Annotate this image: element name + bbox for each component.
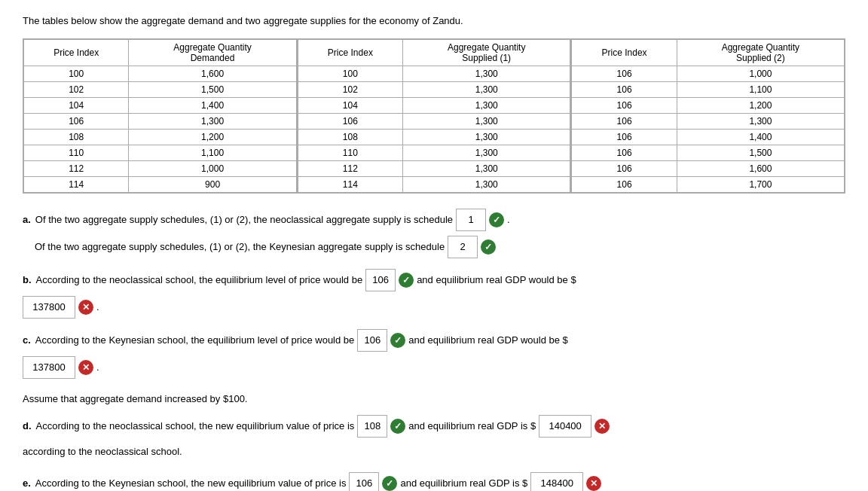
table-row: 1061,100 (572, 82, 845, 98)
table-cell: 1,200 (129, 130, 296, 145)
table-row: 1141,300 (298, 177, 570, 193)
qa-c-check1: ✓ (390, 333, 405, 348)
table-row: 1101,100 (24, 145, 297, 161)
qa-d-text1: According to the neoclassical school, th… (36, 416, 355, 436)
qa-d-label: d. (23, 416, 32, 436)
table-cell: 106 (298, 114, 402, 130)
table-cell: 112 (298, 161, 402, 177)
qa-e-answer2[interactable]: 148400 (530, 472, 583, 491)
qa-b-text2: and equilibrium real GDP would be $ (417, 270, 576, 290)
qa-row-e: e. According to the Keynesian school, th… (23, 472, 845, 491)
table-row: 1081,200 (24, 130, 297, 145)
qa-e-text2: and equilibrium real GDP is $ (400, 474, 527, 491)
table-cell: 1,300 (677, 114, 844, 130)
table-cell: 1,200 (677, 98, 844, 114)
qa-row-c2: 137800 ✕ . (23, 356, 845, 379)
qa-e-text1: According to the Keynesian school, the n… (35, 474, 347, 491)
t1-header-price: Price Index (24, 40, 129, 66)
qa-block-c: c. According to the Keynesian school, th… (23, 329, 845, 379)
qa-section: a. Of the two aggregate supply schedules… (23, 209, 845, 491)
table-row: 1021,300 (298, 82, 570, 98)
table-row: 1041,300 (298, 98, 570, 114)
qa-d-text2: and equilibrium real GDP is $ (408, 416, 536, 436)
qa-d-error[interactable]: ✕ (594, 419, 610, 434)
table-cell: 100 (298, 66, 402, 82)
table2-section: Price Index Aggregate QuantitySupplied (… (298, 39, 572, 193)
table-cell: 102 (24, 82, 129, 98)
qa-c-error[interactable]: ✕ (78, 360, 93, 375)
table-row: 1081,300 (298, 130, 570, 145)
table-row: 1061,400 (572, 130, 845, 145)
table-cell: 1,300 (403, 145, 570, 161)
table-cell: 106 (572, 177, 677, 193)
table-cell: 102 (298, 82, 402, 98)
table-cell: 106 (572, 130, 677, 145)
table-row: 1001,600 (24, 66, 297, 82)
table-cell: 106 (572, 66, 677, 82)
table-cell: 104 (24, 98, 129, 114)
table-cell: 1,300 (403, 82, 570, 98)
table-cell: 1,300 (403, 177, 570, 193)
assume-text: Assume that aggregate demand increased b… (23, 389, 845, 409)
qa-b-answer1[interactable]: 106 (365, 269, 396, 291)
table-cell: 1,300 (403, 98, 570, 114)
qa-e-answer1[interactable]: 106 (349, 472, 379, 491)
table-cell: 1,600 (677, 161, 844, 177)
qa-c-answer2[interactable]: 137800 (23, 356, 75, 379)
qa-row-b2: 137800 ✕ . (23, 296, 845, 319)
qa-row-d2: according to the neoclassical school. (23, 442, 845, 462)
table-row: 1061,000 (572, 66, 845, 82)
qa-b-answer2[interactable]: 137800 (23, 296, 75, 319)
t3-header-price: Price Index (572, 40, 677, 66)
table-cell: 110 (24, 145, 129, 161)
table-cell: 1,000 (677, 66, 844, 82)
qa-c-answer1[interactable]: 106 (357, 329, 387, 352)
qa-c-text2: and equilibrium real GDP would be $ (408, 331, 568, 350)
intro-text: The tables below show the aggregate dema… (23, 15, 845, 26)
demand-table: Price Index Aggregate QuantityDemanded 1… (23, 39, 297, 193)
tables-container: Price Index Aggregate QuantityDemanded 1… (23, 38, 845, 194)
table-cell: 900 (129, 177, 296, 193)
qa-b-text1: According to the neoclassical school, th… (36, 270, 363, 290)
qa-c-label: c. (23, 331, 31, 350)
table-row: 1061,500 (572, 145, 845, 161)
qa-block-b: b. According to the neoclassical school,… (23, 269, 845, 319)
table3-section: Price Index Aggregate QuantitySupplied (… (571, 39, 845, 193)
table-cell: 1,300 (403, 66, 570, 82)
table-cell: 104 (298, 98, 402, 114)
qa-e-error[interactable]: ✕ (586, 476, 601, 491)
table-row: 114900 (24, 177, 297, 193)
table-cell: 1,100 (129, 145, 296, 161)
t3-header-qty: Aggregate QuantitySupplied (2) (677, 40, 844, 66)
table-cell: 1,600 (129, 66, 296, 82)
table-cell: 114 (24, 177, 129, 193)
qa-a-answer1[interactable]: 1 (456, 209, 486, 231)
table-row: 1001,300 (298, 66, 570, 82)
qa-row-a2: Of the two aggregate supply schedules, (… (35, 236, 845, 258)
qa-row-c: c. According to the Keynesian school, th… (23, 329, 845, 352)
qa-e-check1: ✓ (382, 476, 397, 491)
table-cell: 106 (572, 161, 677, 177)
table-cell: 114 (298, 177, 402, 193)
qa-block-a: a. Of the two aggregate supply schedules… (23, 209, 845, 258)
table-cell: 1,500 (677, 145, 844, 161)
qa-c-text1: According to the Keynesian school, the e… (35, 331, 354, 350)
table-cell: 106 (572, 114, 677, 130)
table1-section: Price Index Aggregate QuantityDemanded 1… (23, 39, 298, 193)
qa-e-label: e. (23, 474, 31, 491)
table-row: 1061,300 (572, 114, 845, 130)
qa-b-error[interactable]: ✕ (78, 300, 93, 315)
qa-b-label: b. (23, 270, 32, 290)
qa-a-answer2[interactable]: 2 (448, 236, 478, 258)
table-cell: 110 (298, 145, 402, 161)
table-cell: 1,500 (129, 82, 296, 98)
table-cell: 1,300 (129, 114, 296, 130)
qa-row-b: b. According to the neoclassical school,… (23, 269, 845, 291)
qa-d-answer1[interactable]: 108 (357, 415, 387, 438)
t2-header-price: Price Index (298, 40, 402, 66)
table-cell: 1,400 (129, 98, 296, 114)
t1-header-qty: Aggregate QuantityDemanded (129, 40, 296, 66)
qa-d-answer2[interactable]: 140400 (539, 415, 591, 438)
table-cell: 106 (572, 145, 677, 161)
qa-a-check1: ✓ (489, 212, 504, 227)
